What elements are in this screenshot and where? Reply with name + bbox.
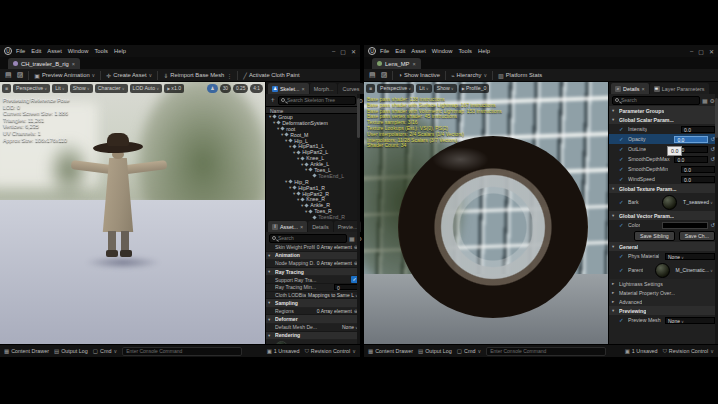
parameter-row[interactable]: Advanced↺ — [609, 297, 718, 306]
tab-close-icon[interactable]: × — [300, 224, 303, 230]
content-drawer-button[interactable]: ▦Content Drawer — [4, 348, 49, 354]
output-log-button[interactable]: ▤Output Log — [54, 348, 88, 354]
expand-caret-icon[interactable]: ▾ — [293, 191, 295, 196]
viewport-mode-chip[interactable]: x1.0 — [164, 84, 184, 93]
params-filter-icon[interactable]: ▦ — [702, 97, 708, 104]
section-caret-icon[interactable] — [268, 300, 273, 305]
viewport-metric-chip[interactable]: 0.25 — [233, 84, 248, 93]
parameter-value[interactable] — [662, 222, 708, 229]
parameter-row[interactable]: Global Scalar Param...↺ — [609, 115, 718, 124]
parameter-row[interactable]: BarkT_seaweed↺ — [609, 193, 718, 211]
cmd-dropdown[interactable]: ▢Cmd∨ — [457, 348, 481, 354]
expand-caret-icon[interactable]: ▾ — [285, 138, 287, 143]
expand-caret-icon[interactable]: ▾ — [285, 179, 287, 184]
menu-item[interactable]: File — [16, 48, 25, 54]
expand-caret-icon[interactable]: ▾ — [297, 156, 299, 161]
detail-row[interactable]: Deformer — [266, 315, 360, 324]
viewport-options-icon[interactable]: ≡ — [2, 84, 11, 93]
parameter-value[interactable]: 0.0 — [681, 166, 715, 173]
viewport-metric-chip[interactable]: 4:1 — [250, 84, 263, 93]
menu-item[interactable]: Help — [114, 48, 126, 54]
expand-caret-icon[interactable]: ▾ — [305, 209, 307, 214]
viewport-mode-chip[interactable]: Profile_0 — [459, 84, 490, 93]
tab-curves[interactable]: Curves — [338, 83, 363, 94]
preview-animation-button[interactable]: ▣Preview Animation∨ — [34, 72, 95, 79]
parameter-row[interactable]: Color↺ — [609, 220, 718, 230]
viewport-mode-chip[interactable]: Lit — [52, 84, 68, 93]
section-caret-icon[interactable] — [268, 253, 273, 258]
parameter-row[interactable]: WindSpeed0.0↺ — [609, 174, 718, 184]
parameter-value[interactable]: None — [665, 317, 715, 324]
override-checkbox[interactable] — [619, 176, 626, 182]
minimize-button[interactable]: – — [332, 48, 335, 55]
cmd-dropdown[interactable]: ▢Cmd∨ — [93, 348, 117, 354]
texture-thumbnail[interactable] — [655, 263, 670, 278]
override-checkbox[interactable] — [619, 136, 626, 142]
override-checkbox[interactable] — [619, 317, 626, 323]
unsaved-indicator[interactable]: ▣1 Unsaved — [267, 348, 300, 354]
menu-item[interactable]: Edit — [31, 48, 41, 54]
tab-close-icon[interactable]: × — [641, 86, 644, 92]
details-filter-icon[interactable]: ▦ — [349, 235, 355, 242]
character-mesh[interactable] — [77, 140, 157, 275]
parameter-row[interactable]: General↺ — [609, 242, 718, 251]
viewport-mode-chip[interactable]: Show — [434, 84, 457, 93]
detail-row[interactable]: Rendering — [266, 332, 360, 341]
parameter-row[interactable]: Material Property Over...↺ — [609, 288, 718, 297]
menu-item[interactable]: Tools — [458, 48, 472, 54]
parameter-row[interactable]: Intensity0.0↺ — [609, 124, 718, 134]
viewport-mode-chip[interactable]: Show — [70, 84, 93, 93]
override-checkbox[interactable] — [619, 126, 626, 132]
scrollbar[interactable] — [357, 94, 360, 344]
show-inactive-button[interactable]: ◑Show Inactive — [398, 72, 440, 78]
expand-caret-icon[interactable]: ▾ — [289, 185, 291, 190]
parameter-row[interactable]: SmoothDepthMin0.0↺ — [609, 164, 718, 174]
expand-caret-icon[interactable]: ▾ — [297, 197, 299, 202]
section-caret-icon[interactable] — [612, 281, 617, 286]
expand-caret-icon[interactable]: ▾ — [293, 150, 295, 155]
tab-details[interactable]: Details — [308, 221, 332, 232]
override-checkbox[interactable] — [619, 166, 626, 172]
tab-morph-targets[interactable]: Morph... — [310, 83, 338, 94]
parameter-value[interactable]: 0.0 — [681, 126, 715, 133]
parameter-value[interactable]: None — [665, 253, 715, 260]
section-caret-icon[interactable] — [612, 308, 617, 313]
section-caret-icon[interactable] — [612, 244, 617, 249]
console-input[interactable] — [486, 347, 606, 356]
property-value[interactable]: 0 — [334, 284, 358, 290]
section-caret-icon[interactable] — [268, 317, 273, 322]
detail-row[interactable]: Overlay MaterialLow_M — [266, 340, 360, 344]
detail-row[interactable]: Skin Weight Profil...0 Array element — [266, 244, 360, 252]
close-button[interactable]: ✕ — [351, 48, 356, 55]
more-options-icon[interactable]: ⋮ — [226, 72, 232, 79]
tab-close-icon[interactable]: × — [413, 61, 416, 67]
tab-close-icon[interactable]: × — [72, 61, 75, 67]
close-button[interactable]: ✕ — [709, 48, 714, 55]
tab-close-icon[interactable]: × — [301, 86, 304, 92]
parameter-value[interactable]: Save Ch... — [679, 231, 715, 241]
detail-row[interactable]: Ray Tracing Min...0 — [266, 284, 360, 292]
unreal-logo-icon[interactable]: U — [368, 47, 376, 55]
reimport-base-mesh-button[interactable]: ⇓Reimport Base Mesh⋮ — [163, 72, 232, 79]
section-caret-icon[interactable] — [612, 186, 617, 191]
maximize-button[interactable]: ▢ — [698, 48, 704, 55]
parameter-row[interactable]: SmoothDepthMax0.0↺ — [609, 154, 718, 164]
parameter-value[interactable]: M_Cinematic... — [674, 267, 715, 274]
section-caret-icon[interactable] — [612, 108, 617, 113]
parameter-value[interactable]: 0.0 — [674, 136, 708, 143]
tab-asset-details[interactable]: iAsset...× — [268, 221, 307, 232]
parameter-row[interactable]: ParentM_Cinematic...↺ — [609, 261, 718, 279]
parameter-row[interactable]: Opacity0.0↺ — [609, 134, 718, 144]
override-checkbox[interactable] — [619, 267, 626, 273]
character-select-icon[interactable]: ♟ — [207, 84, 217, 93]
section-caret-icon[interactable] — [612, 290, 617, 295]
parameter-row[interactable]: Global Vector Param...↺ — [609, 211, 718, 220]
detail-row[interactable]: Support Ray Tra... — [266, 276, 360, 284]
lens-ring-mesh[interactable] — [398, 136, 588, 318]
expand-caret-icon[interactable]: ▾ — [273, 120, 275, 125]
override-checkbox[interactable] — [619, 222, 626, 228]
expand-caret-icon[interactable]: ▾ — [277, 126, 279, 131]
property-value[interactable]: 0 Array element — [317, 308, 352, 314]
material-preview-viewport[interactable]: ≡ PerspectiveLitShowProfile_0 Base pass … — [364, 82, 608, 344]
params-search-input[interactable] — [621, 97, 697, 103]
